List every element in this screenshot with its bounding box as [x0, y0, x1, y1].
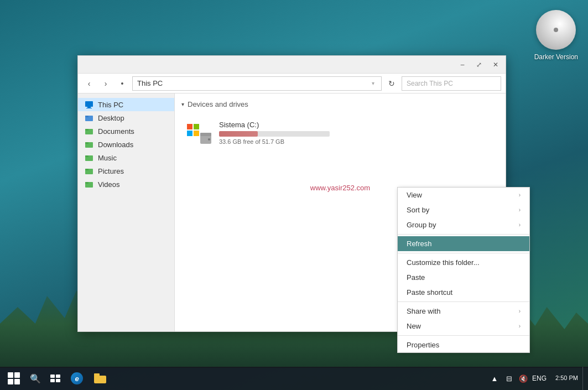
ctx-group-arrow: › [519, 222, 521, 228]
taskbar-search-button[interactable]: 🔍 [25, 368, 45, 388]
ctx-customize-label: Customize this folder... [407, 258, 480, 267]
svg-rect-23 [56, 375, 60, 378]
tray-language[interactable]: ENG [532, 375, 547, 382]
ctx-refresh[interactable]: Refresh [398, 236, 529, 251]
title-bar: – ⤢ ✕ [78, 56, 506, 74]
drive-c-info: Sistema (C:) 33.6 GB free of 51.7 GB [219, 121, 495, 145]
sidebar-item-documents[interactable]: Documents [78, 124, 174, 138]
sidebar-item-music[interactable]: Music [78, 151, 174, 164]
svg-rect-16 [194, 124, 199, 129]
ctx-paste-shortcut-label: Paste shortcut [407, 288, 452, 297]
documents-folder-icon [85, 127, 93, 136]
address-dropdown-arrow: ▾ [372, 80, 377, 86]
ctx-share-arrow: › [519, 308, 521, 314]
tray-display-icon[interactable]: ⊟ [503, 373, 514, 384]
forward-button[interactable]: › [99, 77, 112, 90]
ctx-properties-label: Properties [407, 341, 439, 349]
drive-c-size: 33.6 GB free of 51.7 GB [219, 138, 495, 145]
svg-point-21 [208, 138, 210, 141]
start-button[interactable] [2, 367, 25, 390]
svg-rect-2 [86, 108, 92, 108]
drive-c-name: Sistema (C:) [219, 121, 495, 129]
address-refresh-button[interactable]: ↻ [385, 77, 398, 90]
search-placeholder: Search This PC [407, 80, 453, 87]
music-folder-icon [85, 153, 93, 162]
ctx-paste-label: Paste [407, 273, 425, 282]
drive-c-icon [186, 119, 212, 146]
maximize-button[interactable]: ⤢ [471, 58, 487, 71]
drive-c-bar-fill [219, 131, 258, 137]
ctx-paste[interactable]: Paste [398, 270, 529, 285]
close-button[interactable]: ✕ [488, 58, 503, 71]
svg-rect-20 [200, 133, 211, 136]
svg-rect-10 [85, 155, 89, 157]
darker-version-widget: Darker Version [534, 10, 578, 61]
ctx-sort-by[interactable]: Sort by › [398, 202, 529, 217]
ctx-view[interactable]: View › [398, 188, 529, 202]
ctx-share-with-label: Share with [407, 307, 440, 315]
ctx-view-label: View [407, 191, 422, 199]
ctx-sort-arrow: › [519, 207, 521, 213]
ctx-customize[interactable]: Customize this folder... [398, 255, 529, 270]
sidebar-pictures-label: Pictures [98, 167, 124, 175]
address-path[interactable]: This PC ▾ [132, 76, 382, 91]
svg-rect-0 [85, 101, 93, 107]
ctx-new-label: New [407, 322, 421, 330]
section-title: Devices and drives [188, 100, 248, 108]
svg-rect-4 [85, 116, 89, 117]
sidebar-downloads-label: Downloads [98, 141, 133, 149]
svg-rect-6 [85, 129, 89, 131]
title-bar-controls: – ⤢ ✕ [455, 58, 503, 71]
svg-rect-25 [56, 379, 60, 382]
back-button[interactable]: ‹ [82, 77, 96, 90]
ctx-new[interactable]: New › [398, 319, 529, 334]
svg-rect-14 [85, 182, 89, 184]
task-view-button[interactable] [45, 368, 65, 388]
tray-volume-icon[interactable]: 🔇 [518, 373, 529, 384]
sidebar-item-this-pc[interactable]: This PC [78, 98, 174, 111]
ctx-group-by[interactable]: Group by › [398, 217, 529, 232]
taskbar: 🔍 e ▲ ⊟ 🔇 ENG 2:50 PM [0, 367, 588, 390]
search-box[interactable]: Search This PC [402, 76, 501, 91]
show-desktop-button[interactable] [582, 367, 586, 390]
devices-section-header: ▾ Devices and drives [181, 100, 499, 108]
svg-rect-12 [85, 169, 89, 170]
ctx-paste-shortcut[interactable]: Paste shortcut [398, 285, 529, 300]
minimize-button[interactable]: – [455, 58, 470, 71]
address-bar: ‹ › • This PC ▾ ↻ Search This PC [78, 74, 506, 93]
sidebar-this-pc-label: This PC [98, 101, 123, 109]
sidebar-music-label: Music [98, 154, 117, 162]
darker-circle[interactable] [536, 10, 576, 50]
svg-rect-15 [187, 124, 192, 129]
ctx-sep-3 [398, 301, 529, 302]
taskbar-clock[interactable]: 2:50 PM [551, 374, 582, 382]
darker-version-label: Darker Version [534, 53, 578, 61]
sidebar-item-pictures[interactable]: Pictures [78, 164, 174, 178]
ctx-sep-2 [398, 253, 529, 253]
windows-logo-icon [8, 372, 20, 384]
ctx-view-arrow: › [519, 192, 521, 198]
address-text: This PC [137, 79, 163, 87]
sidebar-item-videos[interactable]: Videos [78, 178, 174, 191]
ctx-sep-4 [398, 335, 529, 336]
sidebar-desktop-label: Desktop [98, 114, 124, 122]
ctx-share-with[interactable]: Share with › [398, 304, 529, 319]
ctx-properties[interactable]: Properties [398, 337, 529, 352]
taskbar-explorer-pin[interactable] [89, 367, 112, 390]
edge-icon: e [71, 372, 83, 384]
sidebar: This PC Desktop Documents Downloads [78, 93, 175, 331]
downloads-folder-icon [85, 140, 93, 149]
tray-expand-icon[interactable]: ▲ [489, 373, 500, 384]
sidebar-videos-label: Videos [98, 180, 120, 189]
taskbar-pinned-items: e [65, 367, 112, 390]
taskbar-edge-pin[interactable]: e [65, 367, 89, 390]
sidebar-item-downloads[interactable]: Downloads [78, 138, 174, 151]
sidebar-item-desktop[interactable]: Desktop [78, 111, 174, 124]
ctx-group-by-label: Group by [407, 221, 436, 229]
section-collapse-arrow[interactable]: ▾ [181, 101, 184, 107]
sidebar-documents-label: Documents [98, 127, 134, 136]
up-button[interactable]: • [116, 77, 129, 90]
context-menu: View › Sort by › Group by › Refresh Cust… [397, 187, 530, 353]
drive-c-item[interactable]: Sistema (C:) 33.6 GB free of 51.7 GB [181, 115, 499, 150]
ctx-sep-1 [398, 234, 529, 235]
